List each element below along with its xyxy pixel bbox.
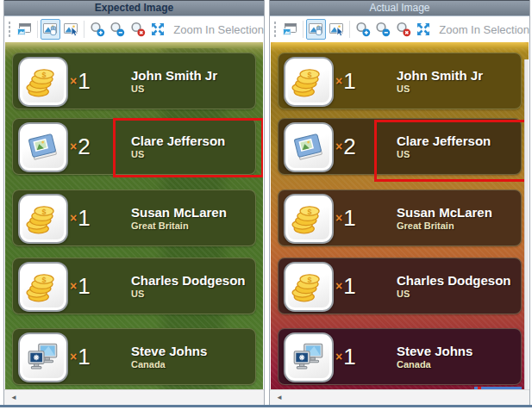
person-icon-tile: $ (284, 57, 334, 107)
person-row: $×1Charles DodgesonUS (278, 258, 522, 314)
person-name: Susan McLaren (131, 205, 227, 221)
zoom-reset-button[interactable] (128, 19, 148, 40)
person-icon-tile (18, 332, 68, 382)
count-badge: ×1 (70, 190, 91, 245)
person-row: ×1Steve JohnsCanada (278, 328, 522, 385)
actual-toolbar: Zoom In Selection (270, 16, 529, 42)
panel-title: Expected Image (95, 2, 173, 14)
count-multiplier-sign: × (335, 74, 342, 88)
zoom-fit-button[interactable] (148, 19, 169, 40)
toolbar-separator (303, 21, 304, 38)
count-multiplier-sign: × (70, 279, 77, 293)
person-info: Steve JohnsCanada (131, 344, 207, 370)
person-name: John Smith Jr (397, 68, 483, 84)
svg-text:$: $ (42, 276, 47, 284)
open-image-in-window-button[interactable] (14, 19, 34, 40)
open-image-in-window-button[interactable] (279, 19, 300, 40)
actual-image-panel: Actual Image Zoom In Selection $×1John S… (269, 0, 530, 405)
person-row: $×1John Smith JrUS (12, 53, 256, 109)
person-country: US (131, 84, 217, 95)
person-country: Canada (397, 359, 473, 370)
count-value: 1 (78, 68, 90, 95)
expected-image-view[interactable]: $×1John Smith JrUS×2Clare JeffersonUS$×1… (5, 42, 263, 389)
person-info: John Smith JrUS (131, 68, 217, 95)
toolbar-grip[interactable] (273, 21, 277, 38)
count-value: 1 (78, 344, 90, 370)
horizontal-scrollbar[interactable]: ◄ (270, 389, 529, 405)
person-info: Susan McLarenGreat Britain (131, 205, 227, 232)
count-multiplier-sign: × (70, 211, 77, 225)
svg-text:$: $ (308, 208, 312, 216)
toolbar-separator (349, 21, 350, 38)
count-multiplier-sign: × (70, 140, 77, 153)
svg-text:$: $ (42, 208, 47, 216)
person-info: John Smith JrUS (397, 68, 483, 95)
person-icon-tile: $ (18, 57, 68, 107)
person-row: ×1Steve JohnsCanada (12, 328, 256, 385)
svg-text:$: $ (308, 276, 312, 284)
count-badge: ×2 (70, 119, 91, 174)
person-country: Canada (131, 359, 207, 370)
image-comparison-window: Expected Image Zoom In Selection $×1John… (0, 0, 532, 410)
count-badge: ×1 (335, 258, 356, 314)
person-icon-tile: $ (18, 262, 68, 312)
zoom-out-button[interactable] (372, 19, 393, 40)
count-value: 1 (78, 205, 90, 232)
person-country: US (397, 289, 511, 300)
person-icon-tile: $ (18, 194, 68, 244)
window-bottom-border (0, 405, 532, 407)
pan-mode-button[interactable] (306, 19, 327, 40)
person-icon-tile: $ (284, 262, 334, 312)
count-multiplier-sign: × (335, 279, 342, 293)
person-info: Charles DodgesonUS (131, 273, 246, 300)
expected-toolbar: Zoom In Selection (4, 16, 264, 42)
count-value: 1 (343, 68, 355, 95)
zoom-out-button[interactable] (107, 19, 128, 40)
count-badge: ×1 (70, 329, 91, 384)
actual-image-view[interactable]: $×1John Smith JrUS×2Clare JeffersonUS$×1… (271, 42, 529, 389)
person-row: $×1John Smith JrUS (278, 53, 522, 109)
image-bottom-edge (474, 387, 522, 389)
zoom-fit-button[interactable] (414, 19, 435, 40)
zoom-in-button[interactable] (87, 19, 108, 40)
person-name: Steve Johns (397, 344, 473, 359)
networked-computers-icon (291, 339, 327, 376)
vertical-scrollbar[interactable] (524, 59, 529, 389)
zoom-reset-button[interactable] (393, 19, 414, 40)
photo-album-icon (25, 129, 61, 165)
coins-icon: $ (291, 201, 327, 237)
count-badge: ×1 (335, 53, 356, 109)
coins-icon: $ (25, 64, 61, 100)
toolbar-separator (37, 21, 38, 38)
scroll-left-arrow-icon[interactable]: ◄ (10, 394, 17, 401)
person-row: $×1Susan McLarenGreat Britain (12, 189, 256, 246)
person-country: US (131, 289, 246, 300)
networked-computers-icon (25, 339, 61, 376)
person-info: Clare JeffersonUS (397, 134, 491, 160)
person-info: Clare JeffersonUS (131, 134, 225, 160)
zoom-in-button[interactable] (353, 19, 373, 40)
count-multiplier-sign: × (70, 74, 77, 88)
person-row: ×2Clare JeffersonUS (12, 118, 256, 175)
coins-icon: $ (291, 64, 327, 100)
count-multiplier-sign: × (335, 350, 342, 363)
person-info: Susan McLarenGreat Britain (397, 205, 492, 232)
selection-mode-button[interactable] (326, 19, 347, 40)
person-country: Great Britain (131, 221, 227, 232)
person-row: $×1Charles DodgesonUS (12, 258, 256, 314)
pan-mode-button[interactable] (41, 19, 61, 40)
count-badge: ×2 (335, 119, 356, 174)
person-name: Charles Dodgeson (397, 273, 511, 289)
count-value: 1 (78, 273, 90, 300)
person-icon-tile: $ (284, 194, 334, 244)
selection-mode-button[interactable] (60, 19, 81, 40)
coins-icon: $ (25, 269, 61, 305)
coins-icon: $ (291, 269, 327, 305)
count-multiplier-sign: × (335, 140, 342, 153)
toolbar-grip[interactable] (8, 21, 11, 38)
expected-panel-header: Expected Image (4, 0, 264, 16)
person-name: Clare Jefferson (397, 134, 491, 149)
person-name: Susan McLaren (397, 205, 492, 221)
scroll-left-arrow-icon[interactable]: ◄ (276, 394, 283, 401)
horizontal-scrollbar[interactable]: ◄ (4, 389, 264, 405)
